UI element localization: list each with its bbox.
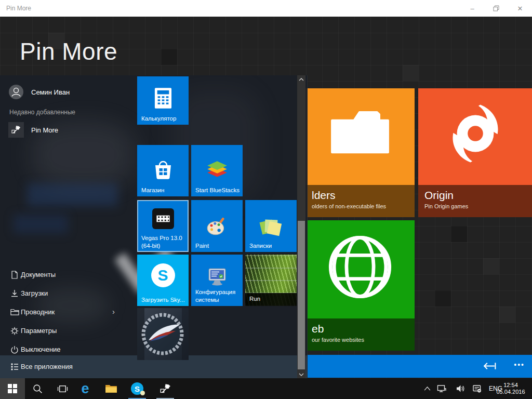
taskbar-search-button[interactable]: [25, 378, 50, 399]
speaker-icon: [456, 384, 465, 393]
task-view-icon: [57, 384, 68, 393]
network-tray-icon[interactable]: [435, 378, 448, 399]
tile-bluestacks[interactable]: Start BlueStacks: [191, 145, 243, 196]
task-view-button[interactable]: [50, 378, 75, 399]
window-controls: – ✕: [460, 0, 532, 17]
close-icon: ✕: [517, 5, 523, 12]
minimize-button[interactable]: –: [460, 0, 484, 17]
skype-icon: S: [151, 263, 175, 287]
sidebar-item-documents[interactable]: Документы: [0, 265, 130, 284]
scroll-up-button[interactable]: [297, 75, 305, 83]
scroll-down-button[interactable]: [297, 370, 305, 378]
store-icon: [152, 159, 175, 181]
tile-paint[interactable]: Paint: [191, 200, 243, 252]
tile-label: Paint: [195, 242, 241, 249]
chevron-right-icon[interactable]: ›: [112, 307, 115, 316]
tile-subtitle: olders of non-executable files: [312, 203, 408, 209]
tile-label: Загрузить Sky...: [141, 296, 187, 303]
power-icon: [10, 345, 19, 354]
tile-vegas-pro[interactable]: Vegas Pro 13.0 (64-bit): [137, 200, 189, 252]
calculator-icon: [154, 87, 172, 109]
explorer-icon: [10, 308, 19, 316]
sidebar-item-label: Проводник: [21, 308, 55, 316]
window-title: Pin More: [6, 5, 460, 12]
sidebar-item-explorer[interactable]: Проводник ›: [0, 303, 130, 322]
tile-museum-photo[interactable]: [137, 308, 189, 360]
pinmore-app-icon: [8, 122, 24, 138]
vegas-icon: [152, 208, 174, 229]
input-indicator-icon: [473, 384, 482, 393]
tile-label: Run: [249, 296, 260, 302]
tile-label-band: Origin Pin Origin games: [418, 185, 532, 217]
user-avatar[interactable]: [9, 85, 23, 99]
taskbar-pinmore-button[interactable]: [153, 378, 178, 399]
taskbar-skype-button[interactable]: S: [125, 378, 150, 399]
app-command-bar: •••: [308, 355, 532, 378]
tile-skype[interactable]: S Загрузить Sky...: [137, 255, 189, 306]
tile-label-band: Run: [245, 293, 297, 306]
taskbar-edge-button[interactable]: e: [73, 378, 98, 399]
recent-header: Недавно добавленные: [9, 109, 75, 116]
bg-square: [499, 307, 515, 323]
sidebar-item-settings[interactable]: Параметры: [0, 322, 130, 340]
chevron-up-icon: [299, 78, 304, 81]
keyboard-tray-icon[interactable]: [471, 378, 483, 399]
chevron-down-icon: [299, 373, 304, 376]
restore-icon: [493, 5, 499, 11]
skype-s-glyph: S: [135, 384, 140, 393]
user-icon: [9, 85, 23, 99]
sidebar-item-label: Параметры: [21, 327, 57, 335]
tile-label: Конфигурация системы: [195, 288, 241, 303]
start-menu: Семин Иван Недавно добавленные Pin More: [0, 75, 308, 378]
bg-square: [435, 290, 451, 307]
start-button[interactable]: [0, 378, 25, 399]
bg-square: [403, 65, 419, 81]
tile-sticky-notes[interactable]: Записки: [245, 200, 297, 252]
sticky-notes-icon: [260, 219, 283, 237]
back-arrow-icon: [483, 362, 497, 370]
tile-calculator[interactable]: Калькулятор: [137, 76, 189, 125]
app-tile-web[interactable]: eb our favorite websites: [305, 220, 415, 351]
sidebar-item-label: Документы: [21, 271, 56, 278]
app-tile-origin[interactable]: Origin Pin Origin games: [418, 88, 532, 217]
scrollbar[interactable]: [297, 75, 305, 378]
minimize-icon: –: [470, 5, 474, 12]
more-button[interactable]: •••: [514, 361, 525, 369]
tile-label-band: eb our favorite websites: [305, 318, 415, 351]
tile-store[interactable]: Магазин: [137, 145, 189, 196]
sidebar-item-label: Загрузки: [21, 289, 48, 297]
folder-icon: [330, 107, 390, 155]
clock[interactable]: 12:54 05.04.2016: [490, 378, 531, 399]
tile-run[interactable]: Run: [245, 255, 297, 306]
folder-icon: [105, 383, 117, 394]
tile-label: Start BlueStacks: [195, 187, 241, 194]
close-button[interactable]: ✕: [508, 0, 532, 17]
sidebar-item-downloads[interactable]: Загрузки: [0, 284, 130, 303]
edge-icon: e: [81, 382, 89, 396]
tile-subtitle: our favorite websites: [312, 337, 408, 343]
tile-system-config[interactable]: Конфигурация системы: [191, 255, 243, 306]
taskbar-explorer-button[interactable]: [99, 378, 124, 399]
recent-item-label: Pin More: [31, 126, 58, 134]
windows-logo-icon: [8, 384, 17, 393]
titlebar: Pin More – ✕: [0, 0, 532, 17]
pin-icon: [159, 383, 171, 395]
bg-square: [451, 226, 467, 242]
page-title: Pin More: [20, 37, 117, 65]
tray-time: 12:54: [496, 382, 525, 389]
bluestacks-icon: [205, 159, 229, 180]
network-icon: [437, 384, 446, 393]
recent-item-pinmore[interactable]: Pin More: [0, 120, 135, 141]
blur-blob: [14, 215, 68, 233]
tray-expand-button[interactable]: [422, 378, 432, 399]
paint-palette-icon: [205, 215, 229, 237]
scrollbar-thumb[interactable]: [298, 221, 305, 369]
app-tile-folders[interactable]: lders olders of non-executable files: [305, 88, 415, 217]
back-button[interactable]: [483, 362, 497, 373]
skype-status-dot: [140, 391, 145, 395]
taskbar: e S: [0, 378, 532, 399]
tile-title: lders: [312, 189, 408, 202]
volume-tray-icon[interactable]: [454, 378, 467, 399]
restore-button[interactable]: [484, 0, 508, 17]
blur-blob: [27, 183, 118, 206]
